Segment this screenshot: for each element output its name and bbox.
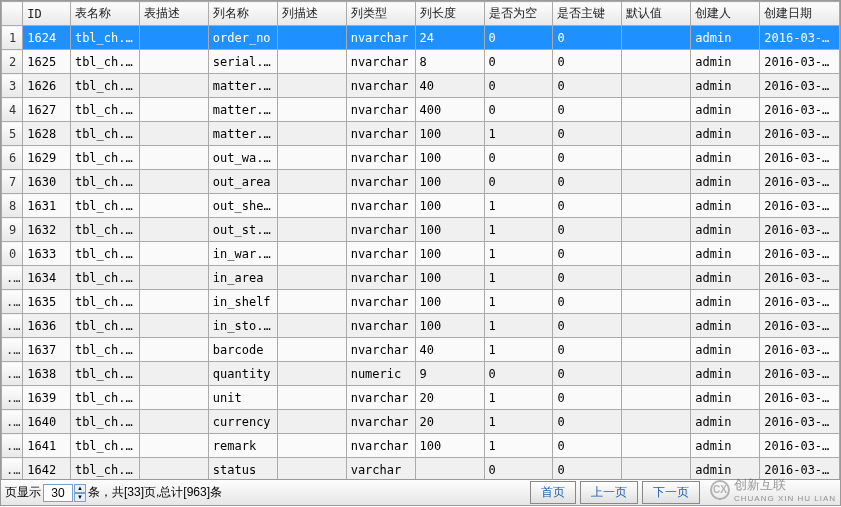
cell-n[interactable]: .3 bbox=[2, 314, 23, 338]
cell-date[interactable]: 2016-03-... bbox=[760, 434, 840, 458]
table-row[interactable]: 71630tbl_ch...out_areanvarchar10000admin… bbox=[2, 170, 840, 194]
cell-tdesc[interactable] bbox=[139, 50, 208, 74]
cell-tdesc[interactable] bbox=[139, 170, 208, 194]
cell-tbl[interactable]: tbl_ch... bbox=[70, 170, 139, 194]
cell-n[interactable]: .7 bbox=[2, 410, 23, 434]
cell-pk[interactable]: 0 bbox=[553, 218, 622, 242]
cell-tdesc[interactable] bbox=[139, 338, 208, 362]
cell-id[interactable]: 1634 bbox=[23, 266, 71, 290]
cell-clen[interactable]: 100 bbox=[415, 218, 484, 242]
spinner-up-icon[interactable]: ▲ bbox=[74, 484, 86, 493]
cell-creator[interactable]: admin bbox=[691, 410, 760, 434]
cell-creator[interactable]: admin bbox=[691, 194, 760, 218]
cell-creator[interactable]: admin bbox=[691, 434, 760, 458]
table-row[interactable]: .21635tbl_ch...in_shelfnvarchar10010admi… bbox=[2, 290, 840, 314]
cell-id[interactable]: 1640 bbox=[23, 410, 71, 434]
cell-creator[interactable]: admin bbox=[691, 170, 760, 194]
cell-cdesc[interactable] bbox=[277, 146, 346, 170]
cell-clen[interactable]: 100 bbox=[415, 146, 484, 170]
cell-date[interactable]: 2016-03-... bbox=[760, 410, 840, 434]
cell-def[interactable] bbox=[622, 218, 691, 242]
cell-clen[interactable]: 100 bbox=[415, 194, 484, 218]
table-row[interactable]: .11634tbl_ch...in_areanvarchar10010admin… bbox=[2, 266, 840, 290]
cell-creator[interactable]: admin bbox=[691, 26, 760, 50]
cell-n[interactable]: .1 bbox=[2, 266, 23, 290]
table-row[interactable]: .31636tbl_ch...in_sto...nvarchar10010adm… bbox=[2, 314, 840, 338]
cell-def[interactable] bbox=[622, 50, 691, 74]
cell-ctype[interactable]: nvarchar bbox=[346, 290, 415, 314]
cell-tbl[interactable]: tbl_ch... bbox=[70, 122, 139, 146]
cell-col[interactable]: status bbox=[208, 458, 277, 481]
cell-cdesc[interactable] bbox=[277, 122, 346, 146]
cell-isnull[interactable]: 0 bbox=[484, 26, 553, 50]
cell-cdesc[interactable] bbox=[277, 218, 346, 242]
cell-n[interactable]: 6 bbox=[2, 146, 23, 170]
cell-col[interactable]: quantity bbox=[208, 362, 277, 386]
column-header[interactable]: 表描述 bbox=[139, 2, 208, 26]
cell-cdesc[interactable] bbox=[277, 242, 346, 266]
cell-pk[interactable]: 0 bbox=[553, 146, 622, 170]
table-row[interactable]: .61639tbl_ch...unitnvarchar2010admin2016… bbox=[2, 386, 840, 410]
cell-def[interactable] bbox=[622, 242, 691, 266]
cell-date[interactable]: 2016-03-... bbox=[760, 146, 840, 170]
cell-n[interactable]: 2 bbox=[2, 50, 23, 74]
cell-def[interactable] bbox=[622, 290, 691, 314]
cell-ctype[interactable]: nvarchar bbox=[346, 50, 415, 74]
cell-ctype[interactable]: nvarchar bbox=[346, 98, 415, 122]
cell-id[interactable]: 1632 bbox=[23, 218, 71, 242]
cell-tbl[interactable]: tbl_ch... bbox=[70, 74, 139, 98]
cell-id[interactable]: 1639 bbox=[23, 386, 71, 410]
cell-tbl[interactable]: tbl_ch... bbox=[70, 194, 139, 218]
cell-clen[interactable]: 100 bbox=[415, 290, 484, 314]
table-row[interactable]: 21625tbl_ch...serial...nvarchar800admin2… bbox=[2, 50, 840, 74]
cell-n[interactable]: 0 bbox=[2, 242, 23, 266]
cell-id[interactable]: 1636 bbox=[23, 314, 71, 338]
cell-ctype[interactable]: nvarchar bbox=[346, 122, 415, 146]
cell-pk[interactable]: 0 bbox=[553, 74, 622, 98]
table-row[interactable]: 31626tbl_ch...matter...nvarchar4000admin… bbox=[2, 74, 840, 98]
cell-def[interactable] bbox=[622, 74, 691, 98]
cell-col[interactable]: out_area bbox=[208, 170, 277, 194]
cell-creator[interactable]: admin bbox=[691, 98, 760, 122]
cell-tdesc[interactable] bbox=[139, 218, 208, 242]
cell-col[interactable]: serial... bbox=[208, 50, 277, 74]
cell-def[interactable] bbox=[622, 386, 691, 410]
cell-clen[interactable]: 100 bbox=[415, 242, 484, 266]
cell-pk[interactable]: 0 bbox=[553, 410, 622, 434]
cell-isnull[interactable]: 0 bbox=[484, 170, 553, 194]
cell-n[interactable]: .5 bbox=[2, 362, 23, 386]
table-row[interactable]: .41637tbl_ch...barcodenvarchar4010admin2… bbox=[2, 338, 840, 362]
cell-n[interactable]: 1 bbox=[2, 26, 23, 50]
cell-tbl[interactable]: tbl_ch... bbox=[70, 98, 139, 122]
cell-pk[interactable]: 0 bbox=[553, 170, 622, 194]
cell-col[interactable]: matter... bbox=[208, 122, 277, 146]
cell-creator[interactable]: admin bbox=[691, 218, 760, 242]
table-row[interactable]: 81631tbl_ch...out_shelfnvarchar10010admi… bbox=[2, 194, 840, 218]
cell-pk[interactable]: 0 bbox=[553, 266, 622, 290]
cell-tbl[interactable]: tbl_ch... bbox=[70, 314, 139, 338]
cell-ctype[interactable]: nvarchar bbox=[346, 170, 415, 194]
spinner-down-icon[interactable]: ▼ bbox=[74, 493, 86, 502]
column-header[interactable]: 是否主键 bbox=[553, 2, 622, 26]
cell-tbl[interactable]: tbl_ch... bbox=[70, 386, 139, 410]
cell-cdesc[interactable] bbox=[277, 386, 346, 410]
cell-pk[interactable]: 0 bbox=[553, 26, 622, 50]
cell-date[interactable]: 2016-03-... bbox=[760, 74, 840, 98]
cell-col[interactable]: in_shelf bbox=[208, 290, 277, 314]
cell-creator[interactable]: admin bbox=[691, 122, 760, 146]
cell-def[interactable] bbox=[622, 410, 691, 434]
cell-tdesc[interactable] bbox=[139, 194, 208, 218]
column-header[interactable]: 列描述 bbox=[277, 2, 346, 26]
cell-id[interactable]: 1624 bbox=[23, 26, 71, 50]
cell-ctype[interactable]: nvarchar bbox=[346, 218, 415, 242]
cell-date[interactable]: 2016-03-... bbox=[760, 458, 840, 481]
prev-page-button[interactable]: 上一页 bbox=[580, 481, 638, 504]
cell-creator[interactable]: admin bbox=[691, 290, 760, 314]
cell-tdesc[interactable] bbox=[139, 122, 208, 146]
cell-date[interactable]: 2016-03-... bbox=[760, 122, 840, 146]
cell-isnull[interactable]: 1 bbox=[484, 218, 553, 242]
cell-ctype[interactable]: nvarchar bbox=[346, 242, 415, 266]
cell-isnull[interactable]: 0 bbox=[484, 458, 553, 481]
cell-pk[interactable]: 0 bbox=[553, 338, 622, 362]
cell-def[interactable] bbox=[622, 458, 691, 481]
